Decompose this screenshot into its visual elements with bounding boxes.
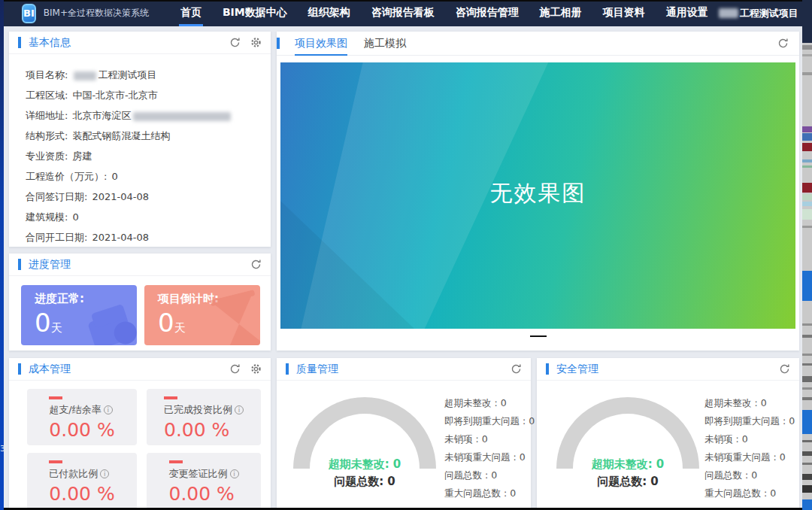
panel-title: 基本信息 [29,36,71,50]
info-icon[interactable]: i [235,405,244,414]
scrollbar-minimap[interactable] [802,0,812,510]
tab-construction-simulation[interactable]: 施工模拟 [364,32,406,56]
basic-info-panel: 基本信息 项目名称:工程测试项目 工程区域:中国-北京市-北京市 详细地址:北京… [9,32,271,247]
panel-title: 安全管理 [556,363,598,376]
cost-value: 0.00 % [49,483,114,505]
stat-row: 即将到期重大问题 :0 [444,412,535,430]
progress-days-value: 0 [35,308,51,338]
sliver-digit: 3 [0,444,5,454]
nav-item-bim-data-center[interactable]: BIM数据中心 [212,0,298,26]
app-logo-icon[interactable]: BI [22,4,36,23]
accent-bar [277,38,280,49]
nav-item-project-files[interactable]: 项目资料 [592,0,656,26]
countdown-days-value: 0 [158,308,174,338]
red-tick [164,396,177,399]
cost-value: 0.00 % [169,483,239,505]
render-panel: 项目效果图 施工模拟 无效果图 [277,32,799,351]
basic-info-header: 基本信息 [9,32,271,54]
gauge-total-line: 问题总数:0 [556,475,699,489]
accent-bar [18,259,21,270]
info-row-contract-start-date: 合同开工日期:2021-04-08 [26,227,271,247]
info-row-structure: 结构形式:装配式钢筋混凝土结构 [26,126,271,146]
red-tick [49,396,62,399]
info-row-region: 工程区域:中国-北京市-北京市 [26,85,271,105]
cost-card-change-visa-ratio: 变更签证比例i 0.00 % [147,453,261,509]
render-tabbar: 项目效果图 施工模拟 [277,32,799,56]
gear-icon[interactable] [250,363,262,375]
refresh-icon[interactable] [250,259,262,271]
stat-row: 超期未整改 :0 [444,394,535,412]
cost-header: 成本管理 [9,358,271,381]
cost-value: 0.00 % [49,419,114,441]
cost-panel: 成本管理 超支/结余率i 0.00 % 已完成投资比例i 0.00 % [9,358,271,508]
accent-bar [18,37,21,48]
app-title: BIM+全过程数据决策系统 [44,7,149,20]
panel-title: 成本管理 [29,363,71,376]
refresh-icon[interactable] [777,38,789,50]
top-navigation-bar: BI BIM+全过程数据决策系统 首页 BIM数据中心 组织架构 咨询报告看板 … [4,0,802,26]
topbar-right-group: 工程测试项目 ? [719,7,812,20]
gear-icon[interactable] [250,37,262,49]
cost-card-overrun-rate: 超支/结余率i 0.00 % [27,389,137,445]
gauge-total-line: 问题总数:0 [293,475,436,489]
cost-card-invest-complete: 已完成投资比例i 0.00 % [147,389,261,445]
quality-stats: 超期未整改 :0 即将到期重大问题 :0 未销项 :0 未销项重大问题 :0 问… [444,394,535,502]
accent-bar [546,363,549,375]
info-row-contract-sign-date: 合同签订日期:2021-04-08 [26,187,271,207]
nav-item-home[interactable]: 首页 [170,0,212,26]
nav-item-construction-album[interactable]: 施工相册 [529,0,592,26]
refresh-icon[interactable] [510,363,522,375]
refresh-icon[interactable] [229,363,241,375]
info-icon[interactable]: i [100,469,109,478]
effect-image-placeholder: 无效果图 [280,62,795,329]
project-selector[interactable]: 工程测试项目 [740,7,798,20]
nav-item-general-settings[interactable]: 通用设置 [656,0,719,26]
accent-bar [18,363,21,375]
red-tick [169,460,183,463]
info-icon[interactable]: i [230,469,239,478]
background-window-sliver: 3 [0,0,4,510]
gauge-overdue-line: 超期未整改:0 [556,457,699,472]
panel-title: 质量管理 [296,363,338,376]
info-row-building-scale: 建筑规模:0 [26,207,271,227]
progress-panel: 进度管理 进度正常: 0天 项目倒计时: 0天 [9,253,271,351]
no-image-label: 无效果图 [280,178,795,209]
info-row-cost: 工程造价（万元）:0 [26,166,271,187]
safety-stats: 超期未整改 :0 即将到期重大问题 :0 未销项 :0 未销项重大问题 :0 问… [704,394,795,502]
info-row-project-name: 项目名称:工程测试项目 [26,65,271,85]
project-name-redacted [719,8,738,18]
stat-row: 未销项重大问题 :0 [704,448,795,466]
progress-normal-card: 进度正常: 0天 [21,285,137,345]
panel-title: 进度管理 [29,258,71,272]
safety-header: 安全管理 [537,358,799,381]
stat-row: 重大问题总数 :0 [704,484,795,502]
stat-row: 未销项重大问题 :0 [444,448,535,466]
nav-item-report-board[interactable]: 咨询报告看板 [361,0,445,26]
collapse-handle[interactable] [530,335,547,337]
nav-item-report-manage[interactable]: 咨询报告管理 [445,0,529,26]
stat-row: 问题总数 :0 [704,466,795,484]
refresh-icon[interactable] [778,363,790,375]
stat-row: 未销项 :0 [444,430,535,448]
tab-effect-image[interactable]: 项目效果图 [295,32,347,56]
info-icon[interactable]: i [104,405,113,414]
cost-card-paid-ratio: 已付款比例i 0.00 % [27,453,137,509]
project-countdown-card: 项目倒计时: 0天 [144,285,260,345]
quality-header: 质量管理 [277,358,531,381]
info-row-address: 详细地址:北京市海淀区 [26,105,271,126]
stat-row: 问题总数 :0 [444,466,535,484]
safety-panel: 安全管理 超期未整改:0 问题总数:0 超期未整改 :0 即将到期重大问题 :0… [537,358,799,508]
refresh-icon[interactable] [229,37,241,49]
stat-row: 未销项 :0 [704,430,795,448]
wallet-clock-icon [84,302,137,345]
window-top-edge [0,0,812,2]
cost-value: 0.00 % [164,419,244,441]
stat-row: 超期未整改 :0 [704,394,795,412]
quality-panel: 质量管理 超期未整改:0 问题总数:0 超期未整改 :0 即将到期重大问题 :0… [277,358,531,508]
red-tick [49,460,62,463]
accent-bar [286,363,289,375]
nav-item-org-structure[interactable]: 组织架构 [298,0,361,26]
main-menu: 首页 BIM数据中心 组织架构 咨询报告看板 咨询报告管理 施工相册 项目资料 … [170,0,719,26]
progress-header: 进度管理 [9,253,271,276]
info-row-qualification: 专业资质:房建 [26,146,271,166]
